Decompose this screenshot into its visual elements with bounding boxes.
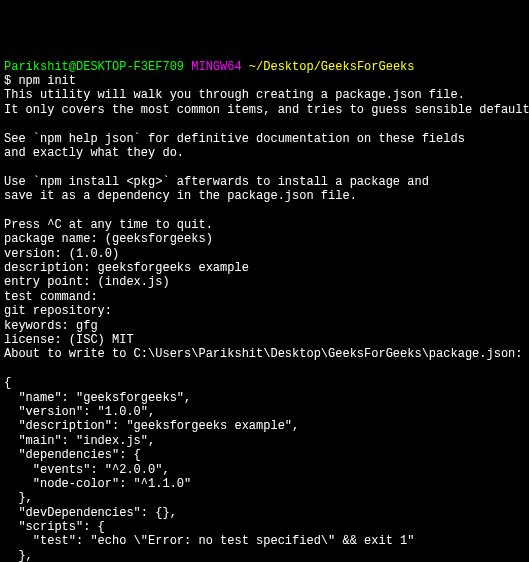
prompt-mingw: MINGW64 — [191, 60, 241, 74]
prompt-dollar: $ — [4, 74, 11, 88]
output-line: "test": "echo \"Error: no test specified… — [4, 534, 414, 548]
output-line: and exactly what they do. — [4, 146, 184, 160]
output-line: }, — [4, 491, 33, 505]
output-line: See `npm help json` for definitive docum… — [4, 132, 465, 146]
output-line: test command: — [4, 290, 98, 304]
output-line: }, — [4, 549, 33, 562]
output-line: description: geeksforgeeks example — [4, 261, 249, 275]
output-line: "version": "1.0.0", — [4, 405, 155, 419]
output-line: entry point: (index.js) — [4, 275, 170, 289]
output-line: git repository: — [4, 304, 112, 318]
output-line: { — [4, 376, 11, 390]
prompt-line-1: Parikshit@DESKTOP-F3EF709 MINGW64 ~/Desk… — [4, 60, 415, 74]
output-line: save it as a dependency in the package.j… — [4, 189, 357, 203]
output-line: "name": "geeksforgeeks", — [4, 391, 191, 405]
output-line: "dependencies": { — [4, 448, 141, 462]
output-line: version: (1.0.0) — [4, 247, 119, 261]
prompt-user: Parikshit@DESKTOP-F3EF709 — [4, 60, 184, 74]
output-line: Press ^C at any time to quit. — [4, 218, 213, 232]
output-line: "main": "index.js", — [4, 434, 155, 448]
output-line: About to write to C:\Users\Parikshit\Des… — [4, 347, 522, 361]
output-line: Use `npm install <pkg>` afterwards to in… — [4, 175, 429, 189]
output-line: keywords: gfg — [4, 319, 98, 333]
output-line: It only covers the most common items, an… — [4, 103, 529, 117]
output-line: "devDependencies": {}, — [4, 506, 177, 520]
command-text: npm init — [18, 74, 76, 88]
output-line: "events": "^2.0.0", — [4, 463, 170, 477]
output-line: license: (ISC) MIT — [4, 333, 134, 347]
output-line: "scripts": { — [4, 520, 105, 534]
output-line: package name: (geeksforgeeks) — [4, 232, 213, 246]
output-line: "description": "geeksforgeeks example", — [4, 419, 299, 433]
output-line: This utility will walk you through creat… — [4, 88, 465, 102]
output-line: "node-color": "^1.1.0" — [4, 477, 191, 491]
prompt-path: ~/Desktop/GeeksForGeeks — [249, 60, 415, 74]
terminal-output[interactable]: Parikshit@DESKTOP-F3EF709 MINGW64 ~/Desk… — [4, 60, 525, 562]
command-line: $ npm init — [4, 74, 76, 88]
